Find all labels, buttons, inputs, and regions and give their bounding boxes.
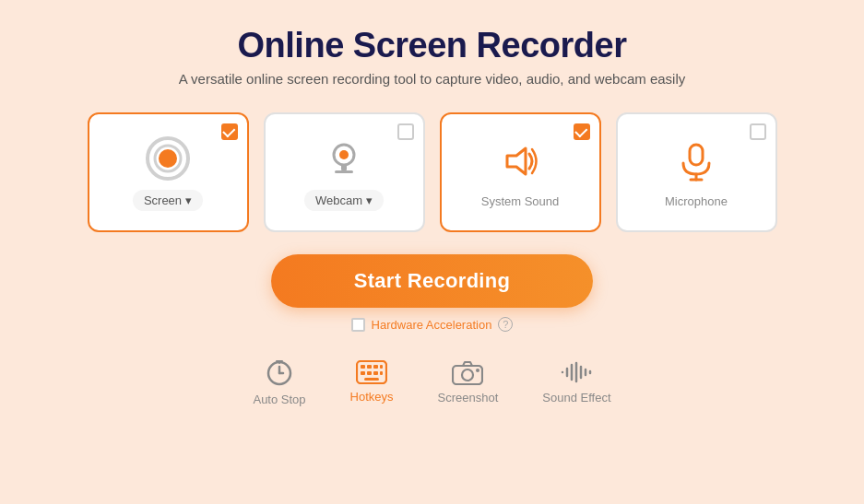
svg-rect-24 <box>380 371 383 375</box>
svg-point-27 <box>462 369 473 381</box>
cards-row: Screen ▾ Webcam ▾ Syst <box>88 112 777 232</box>
hardware-acceleration-label: Hardware Acceleration <box>372 318 492 332</box>
svg-rect-19 <box>373 365 378 369</box>
toolbar-item-sound-effect[interactable]: Sound Effect <box>542 359 610 404</box>
microphone-card[interactable]: Microphone <box>616 112 777 232</box>
hardware-acceleration-row: Hardware Acceleration ? <box>351 317 514 332</box>
svg-rect-25 <box>364 378 379 381</box>
microphone-label: Microphone <box>665 194 728 208</box>
webcam-icon <box>320 135 368 182</box>
auto-stop-label: Auto Stop <box>253 393 305 406</box>
hardware-acceleration-checkbox[interactable] <box>351 318 365 332</box>
page-subtitle: A versatile online screen recording tool… <box>179 71 686 87</box>
system-sound-checkbox[interactable] <box>574 123 590 140</box>
speaker-icon <box>496 137 544 185</box>
svg-rect-23 <box>373 371 378 375</box>
toolbar-item-auto-stop[interactable]: Auto Stop <box>253 357 305 406</box>
sound-effect-label: Sound Effect <box>542 391 610 404</box>
screenshot-label: Screenshot <box>438 391 499 404</box>
svg-marker-7 <box>507 148 526 174</box>
svg-rect-17 <box>361 365 365 369</box>
toolbar-item-hotkeys[interactable]: Hotkeys <box>350 360 394 404</box>
svg-point-4 <box>339 150 349 159</box>
header-section: Online Screen Recorder A versatile onlin… <box>179 26 686 87</box>
system-sound-card[interactable]: System Sound <box>440 112 601 232</box>
system-sound-label: System Sound <box>481 194 560 208</box>
svg-point-28 <box>476 369 479 372</box>
svg-point-2 <box>159 149 177 168</box>
clock-icon <box>265 357 294 387</box>
webcam-card[interactable]: Webcam ▾ <box>264 112 425 232</box>
record-icon <box>144 135 192 182</box>
svg-rect-5 <box>341 165 347 170</box>
waveform-icon <box>561 359 592 385</box>
screen-card[interactable]: Screen ▾ <box>88 112 249 232</box>
svg-rect-20 <box>380 365 383 369</box>
microphone-checkbox[interactable] <box>750 123 766 140</box>
svg-rect-18 <box>367 365 372 369</box>
camera-icon <box>452 359 483 385</box>
screen-dropdown-label: Screen <box>144 193 182 207</box>
hardware-acceleration-help[interactable]: ? <box>498 317 513 332</box>
svg-rect-22 <box>367 371 372 375</box>
svg-rect-6 <box>335 170 353 173</box>
webcam-dropdown[interactable]: Webcam ▾ <box>304 190 384 211</box>
mic-icon <box>672 137 720 185</box>
toolbar-item-screenshot[interactable]: Screenshot <box>438 359 499 404</box>
toolbar-row: Auto Stop Hotkeys <box>253 357 610 406</box>
screen-dropdown-arrow: ▾ <box>185 193 192 207</box>
svg-rect-8 <box>690 145 703 165</box>
page-title: Online Screen Recorder <box>179 26 686 65</box>
hotkeys-label: Hotkeys <box>350 390 394 404</box>
start-recording-button[interactable]: Start Recording <box>271 254 594 308</box>
keyboard-icon <box>356 360 387 384</box>
screen-dropdown[interactable]: Screen ▾ <box>133 190 203 211</box>
webcam-dropdown-label: Webcam <box>315 193 362 207</box>
webcam-checkbox[interactable] <box>397 123 414 140</box>
webcam-dropdown-arrow: ▾ <box>366 193 373 207</box>
screen-checkbox[interactable] <box>221 123 238 140</box>
svg-rect-21 <box>361 371 365 375</box>
